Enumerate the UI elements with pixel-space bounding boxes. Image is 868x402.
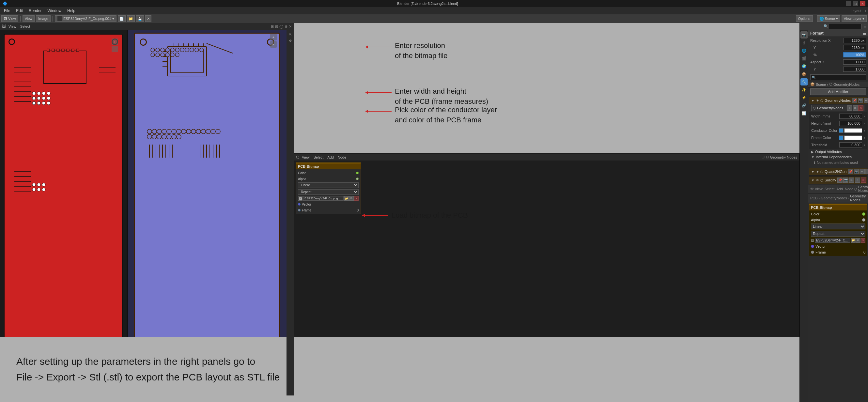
geonodes-pin-btn[interactable]: 📌	[852, 98, 857, 103]
geonodes-new-btn[interactable]: +	[847, 105, 852, 111]
bitmap-remove-btn[interactable]: ✕	[861, 238, 865, 243]
props-search-input[interactable]	[829, 24, 862, 29]
percent-value[interactable]: 100%	[843, 52, 866, 57]
solidify-edit[interactable]: ✏	[849, 178, 854, 183]
frame-value: 0	[356, 209, 359, 212]
height-value[interactable]: 100.000	[839, 121, 862, 126]
frame-color-swatch[interactable]	[844, 135, 862, 140]
bitmap-frame-socket	[811, 251, 814, 254]
internal-deps-toggle[interactable]: ▼ Internal Dependencies	[811, 155, 865, 159]
solidify-up[interactable]: ↑	[855, 178, 860, 183]
file-copy-btn[interactable]: ⧉	[349, 196, 354, 201]
viewport-view-btn[interactable]: View	[7, 25, 18, 28]
quads-pin[interactable]: 📌	[848, 169, 853, 174]
scene-selector[interactable]: 🌐 Scene ▾	[817, 16, 840, 22]
title-bar-text: Blender [Z:\blender3.2a\png2stl.blend]	[9, 2, 846, 5]
bitmap-browse-btn[interactable]: 📁	[851, 238, 856, 243]
ne-node-btn[interactable]: Node	[336, 154, 347, 160]
menu-edit[interactable]: Edit	[13, 8, 26, 14]
aspect-x-value[interactable]: 1.000	[843, 59, 866, 65]
tab-object[interactable]: 📦	[801, 70, 808, 78]
image-selector[interactable]: ESP32DenyV2-F_Cu.png.001 ▾	[55, 16, 117, 22]
side-icon-zoom[interactable]: ⇱	[287, 31, 293, 37]
props-menu-icon[interactable]: ☰	[863, 24, 867, 28]
add-modifier-button[interactable]: Add Modifier	[810, 88, 866, 95]
options-button[interactable]: Options	[796, 16, 813, 22]
nav-right-zoom-out[interactable]: −	[270, 41, 277, 48]
tab-render[interactable]: 📷	[801, 31, 808, 38]
mpb-geo: GeometryNodes	[821, 196, 847, 200]
tab-world[interactable]: 🌍	[801, 63, 808, 70]
view-menu-button[interactable]: View	[23, 16, 35, 22]
geonodes-render-btn[interactable]: 📷	[858, 98, 863, 103]
save-image-button[interactable]: 💾	[136, 16, 144, 22]
viewport-select-btn[interactable]: Select	[19, 25, 32, 28]
extension-select[interactable]: Repeat	[298, 189, 359, 195]
conductor-color-swatch[interactable]	[844, 128, 862, 133]
geonodes-unlink-btn[interactable]: ✕	[858, 105, 863, 111]
tab-particles[interactable]: ✨	[801, 86, 808, 93]
interpolation-select[interactable]: Linear	[298, 182, 359, 188]
threshold-value[interactable]: 0.300	[839, 142, 862, 148]
width-value[interactable]: 60.000	[839, 114, 862, 119]
bitmap-linear-select[interactable]: Linear	[811, 223, 865, 229]
quads-render[interactable]: 📷	[854, 169, 859, 174]
output-attrs-toggle[interactable]: ▶ Output Attributes	[811, 150, 865, 154]
res-y-value[interactable]: 2130 px	[843, 45, 866, 50]
bitmap-repeat-select[interactable]: Repeat	[811, 231, 865, 237]
maximize-button[interactable]: □	[853, 1, 858, 6]
tab-view-layer[interactable]: 🌐	[801, 47, 808, 54]
quads-vis[interactable]: 👁	[816, 170, 819, 174]
tab-physics[interactable]: ⚡	[801, 94, 808, 101]
close-button[interactable]: ×	[860, 1, 865, 6]
geonodes-collapse-icon[interactable]: ▼	[811, 99, 814, 102]
format-menu-icon[interactable]: ☰	[863, 31, 866, 36]
image-menu-button[interactable]: Image	[36, 16, 51, 22]
quads-edit[interactable]: ✏	[860, 169, 865, 174]
res-x-value[interactable]: 1280 px	[843, 38, 866, 43]
aspect-y-value[interactable]: 1.000	[843, 67, 866, 72]
solidify-collapse[interactable]: ▼	[811, 179, 814, 182]
solidify-render[interactable]: 📷	[843, 178, 848, 183]
ne-add-btn[interactable]: Add	[326, 154, 335, 160]
menu-help[interactable]: Help	[65, 8, 78, 14]
tab-output[interactable]: 🖨	[801, 39, 808, 47]
minimize-button[interactable]: —	[846, 1, 851, 6]
quads-collapse[interactable]: ▼	[811, 170, 814, 174]
pcb-node-ext-row: Repeat	[296, 189, 361, 195]
tab-data[interactable]: 📊	[801, 110, 808, 117]
new-image-button[interactable]: 📄	[118, 16, 126, 22]
nav-right-zoom-in[interactable]: +	[270, 34, 277, 40]
svg-point-109	[177, 134, 181, 139]
quads-up[interactable]: ↑	[865, 169, 868, 174]
nav-zoom-out[interactable]: −	[112, 46, 118, 52]
open-image-button[interactable]: 📁	[127, 16, 135, 22]
solidify-pin[interactable]: 📌	[837, 178, 842, 183]
modifier-search[interactable]: 🔍	[810, 74, 866, 80]
ne-view-btn[interactable]: View	[301, 154, 311, 160]
nav-zoom-in[interactable]: +	[112, 38, 118, 45]
solidify-del[interactable]: ✕	[861, 178, 866, 183]
geonodes-vis-icon[interactable]: 👁	[816, 99, 819, 102]
editor-type-button[interactable]: 🖼 View	[1, 16, 18, 22]
solidify-vis[interactable]: 👁	[816, 179, 819, 182]
menu-file[interactable]: File	[1, 8, 13, 14]
viewlayer-selector[interactable]: View Layer ▾	[842, 16, 867, 22]
bitmap-copy-btn[interactable]: ⧉	[856, 238, 861, 243]
layout-add[interactable]: +	[865, 9, 867, 13]
file-remove-btn[interactable]: ✕	[354, 196, 359, 201]
tab-modifier-active[interactable]: 🔧	[801, 78, 808, 86]
menu-window[interactable]: Window	[45, 8, 64, 14]
props-search-icon[interactable]: 🔍	[824, 24, 828, 28]
geonodes-edit-btn[interactable]: ✏	[864, 98, 868, 103]
side-icon-pan[interactable]: ✥	[287, 38, 293, 44]
geonodes-browse-btn[interactable]: ⧉	[852, 105, 858, 111]
file-browse-btn[interactable]: 📁	[344, 196, 349, 201]
tab-scene[interactable]: 🎬	[801, 55, 808, 62]
tab-constraints[interactable]: 🔗	[801, 102, 808, 109]
menu-render[interactable]: Render	[26, 8, 44, 14]
percent-row: % 100%	[808, 51, 868, 58]
close-image-button[interactable]: ✕	[145, 16, 151, 22]
ne-select-btn[interactable]: Select	[312, 154, 325, 160]
geonodes-dropdown[interactable]: ⬡ GeometryNodes + ⧉ ✕	[811, 105, 865, 111]
